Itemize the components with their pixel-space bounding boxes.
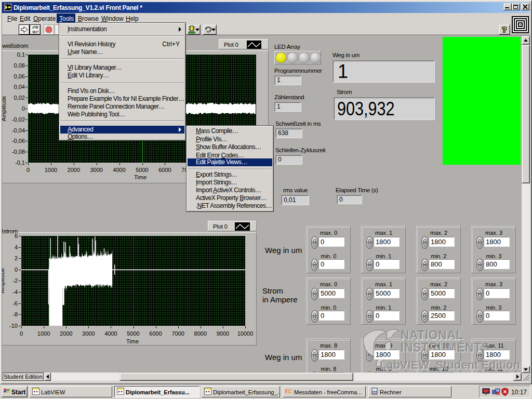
- svg-text:f: f: [285, 388, 287, 394]
- svg-text:C: C: [288, 388, 292, 394]
